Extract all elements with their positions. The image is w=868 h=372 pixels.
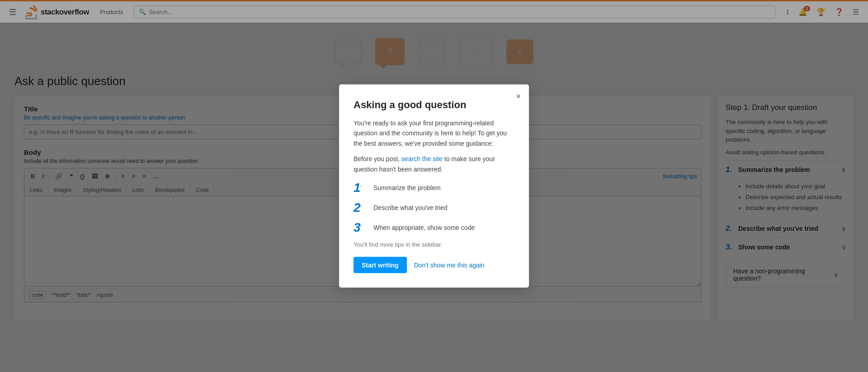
modal-step-3-num: 3. — [354, 221, 368, 234]
modal-step-1-num: 1. — [354, 181, 368, 194]
search-site-link[interactable]: search the site — [401, 155, 443, 162]
modal-step-3: 3. When appropriate, show some code — [354, 221, 514, 234]
modal-actions: Start writing Don't show me this again — [354, 257, 514, 273]
modal-step-2-num: 2. — [354, 201, 368, 214]
start-writing-button[interactable]: Start writing — [354, 257, 407, 273]
modal-step-3-text: When appropriate, show some code — [373, 224, 475, 231]
modal-steps-list: 1. Summarize the problem 2. Describe wha… — [354, 181, 514, 234]
modal-close-button[interactable]: × — [516, 92, 521, 101]
modal-title: Asking a good question — [354, 99, 514, 111]
modal-intro-1: You're ready to ask your first programmi… — [354, 118, 514, 148]
modal-intro-2-pre: Before you post, — [354, 155, 401, 162]
modal-step-1: 1. Summarize the problem — [354, 181, 514, 194]
modal-step-1-text: Summarize the problem — [373, 184, 441, 191]
dont-show-button[interactable]: Don't show me this again — [414, 261, 485, 268]
modal-step-2: 2. Describe what you've tried — [354, 201, 514, 214]
modal-intro-2: Before you post, search the site to make… — [354, 154, 514, 174]
asking-good-question-modal: × Asking a good question You're ready to… — [339, 85, 529, 288]
modal-step-2-text: Describe what you've tried — [373, 204, 448, 211]
modal-sidebar-tip: You'll find more tips in the sidebar. — [354, 241, 514, 248]
